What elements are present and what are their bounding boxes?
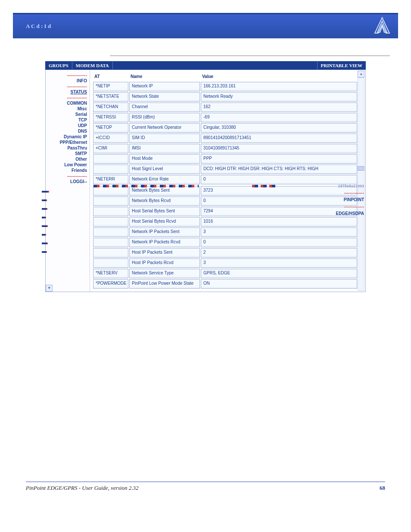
- cell-at: *NETRSSI: [93, 113, 128, 122]
- cell-name: Network State: [129, 92, 200, 102]
- cell-value: PPP: [201, 154, 357, 164]
- cell-at: *NETOP: [93, 123, 128, 133]
- page-number: 68: [380, 485, 385, 492]
- sidebar-item-dynamic-ip[interactable]: Dynamic IP: [47, 134, 87, 140]
- cell-name: PinPoint Low Power Mode State: [129, 279, 200, 289]
- cell-name: Channel: [129, 103, 200, 112]
- cell-value: Cingular, 310380: [201, 123, 357, 133]
- cell-value: 310410089171345: [201, 144, 357, 153]
- cell-at: [93, 207, 128, 216]
- sidebar-extra: 1373o6a17093 -------------- PINPOINT ---…: [313, 182, 364, 218]
- cell-at: [93, 227, 128, 237]
- sidebar-item-pinpoint[interactable]: PINPOINT: [313, 196, 364, 204]
- app-window: GROUPS MODEM DATA PRINTABLE VIEW -------…: [45, 56, 366, 292]
- footer-title: PinPoint EDGE/GPRS - User Guide, version…: [26, 485, 138, 492]
- table-row: Host IP Packets Sent 2: [93, 248, 358, 258]
- content-panel: ▴ AT Name Value *NETIP Network IP 166.21…: [90, 70, 365, 292]
- cell-at: [93, 186, 128, 196]
- sidebar-item-common[interactable]: COMMON: [47, 100, 87, 106]
- cell-value: ON: [201, 279, 357, 289]
- sidebar-scroll-down-icon[interactable]: ▾: [46, 285, 53, 292]
- sidebar-separator: --------------: [47, 73, 87, 78]
- table-row: *NETOP Current Network Operator Cingular…: [93, 123, 358, 133]
- cell-value: 162: [201, 103, 357, 112]
- table-row: Host Mode PPP: [93, 154, 358, 164]
- sidebar-item-tcp[interactable]: TCP: [47, 117, 87, 123]
- data-table-top: AT Name Value *NETIP Network IP 166.213.…: [93, 72, 358, 185]
- cell-at: [93, 165, 128, 174]
- tab-modem-data[interactable]: MODEM DATA: [72, 62, 113, 69]
- cell-at: [93, 154, 128, 164]
- sidebar-item-passthru[interactable]: PassThru: [47, 145, 87, 151]
- scroll-up-icon[interactable]: ▴: [358, 71, 364, 78]
- brand-logo-icon: [372, 16, 392, 37]
- cell-at: *NETIP: [93, 82, 128, 91]
- tab-groups[interactable]: GROUPS: [45, 62, 72, 69]
- cell-value: 3: [201, 258, 357, 268]
- cell-name: Host IP Packets Sent: [129, 248, 200, 258]
- sidebar-item-ppp-ethernet[interactable]: PPP/Ethernet: [47, 140, 87, 145]
- cell-at: +ICCID: [93, 134, 128, 143]
- table-row: Host IP Packets Rcvd 3: [93, 258, 358, 268]
- sidebar-item-logging-cut[interactable]: LOGGI--: [47, 179, 87, 184]
- cell-at: *NETERR: [93, 175, 128, 184]
- cell-name: Network Service Type: [129, 269, 200, 278]
- table-row: Network IP Packets Rcvd 0: [93, 237, 358, 248]
- cell-at: *NETSERV: [93, 269, 128, 278]
- sidebar: -------------- INFO -------------- STATU…: [46, 70, 90, 292]
- sidebar-item-info[interactable]: INFO: [47, 78, 87, 84]
- cell-value: 1016: [201, 217, 357, 227]
- cell-at: [93, 258, 128, 268]
- sidebar-item-smtp[interactable]: SMTP: [47, 151, 87, 156]
- cell-at: *NETCHAN: [93, 103, 128, 112]
- sidebar-item-status[interactable]: STATUS: [47, 89, 87, 95]
- cell-at: [93, 196, 128, 206]
- col-name: Name: [129, 72, 200, 81]
- sidebar-separator: --------------: [47, 174, 87, 178]
- table-row: *NETSTATE Network State Network Ready: [93, 92, 358, 102]
- cell-name: RSSI (dBm): [129, 113, 200, 122]
- sidebar-separator: --------------: [47, 84, 87, 89]
- table-row: *NETIP Network IP 166.213.203.161: [93, 81, 358, 92]
- table-row: +ICCID SIM ID 89014104200891713451: [93, 133, 358, 143]
- sidebar-item-dns[interactable]: DNS: [47, 128, 87, 134]
- sidebar-item-low-power[interactable]: Low Power: [47, 162, 87, 168]
- cell-value: Network Ready: [201, 92, 357, 102]
- col-value: Value: [200, 72, 358, 81]
- col-at: AT: [93, 72, 129, 81]
- cell-name: Host Signl Level: [129, 165, 200, 174]
- cell-value: 89014104200891713451: [201, 134, 357, 143]
- cell-value: -69: [201, 113, 357, 122]
- cell-name: Network Bytes Rcvd: [129, 196, 200, 206]
- cell-name: Network IP Packets Rcvd: [129, 238, 200, 247]
- cell-at: *POWERMODE: [93, 279, 128, 289]
- cell-at: +CIMI: [93, 144, 128, 153]
- cell-name: Network IP Packets Sent: [129, 227, 200, 237]
- table-row: *POWERMODE PinPoint Low Power Mode State…: [93, 279, 358, 289]
- sidebar-item-friends[interactable]: Friends: [47, 168, 87, 173]
- sidebar-item-misc[interactable]: Misc: [47, 106, 87, 112]
- cell-name: Host Serial Bytes Sent: [129, 207, 200, 216]
- cell-name: Current Network Operator: [129, 123, 200, 133]
- cell-value: DCD: HIGH DTR: HIGH DSR: HIGH CTS: HIGH …: [201, 165, 357, 174]
- page-footer: PinPoint EDGE/GPRS - User Guide, version…: [26, 482, 385, 492]
- page-header: A C d : I d: [13, 13, 398, 38]
- scrollbar-thumb[interactable]: [358, 166, 364, 171]
- table-row: Network IP Packets Sent 3: [93, 227, 358, 237]
- table-row: Host Serial Bytes Rcvd 1016: [93, 217, 358, 227]
- cell-value: 2: [201, 248, 357, 258]
- printable-view-button[interactable]: PRINTABLE VIEW: [317, 62, 366, 69]
- cell-name: Host Serial Bytes Rcvd: [129, 217, 200, 227]
- header-text: A C d : I d: [26, 23, 51, 30]
- cell-at: [93, 217, 128, 227]
- cell-value: 166.213.203.161: [201, 82, 357, 91]
- table-row: *NETRSSI RSSI (dBm) -69: [93, 112, 358, 123]
- sidebar-separator: --------------: [313, 190, 364, 195]
- cell-at: *NETSTATE: [93, 92, 128, 102]
- cell-name: Network IP: [129, 82, 200, 91]
- sidebar-item-udp[interactable]: UDP: [47, 123, 87, 128]
- sidebar-item-edge-hsdpa[interactable]: EDGE/HSDPA: [313, 209, 364, 218]
- cell-name: IMSI: [129, 144, 200, 153]
- sidebar-item-serial[interactable]: Serial: [47, 112, 87, 117]
- sidebar-item-other[interactable]: Other: [47, 156, 87, 162]
